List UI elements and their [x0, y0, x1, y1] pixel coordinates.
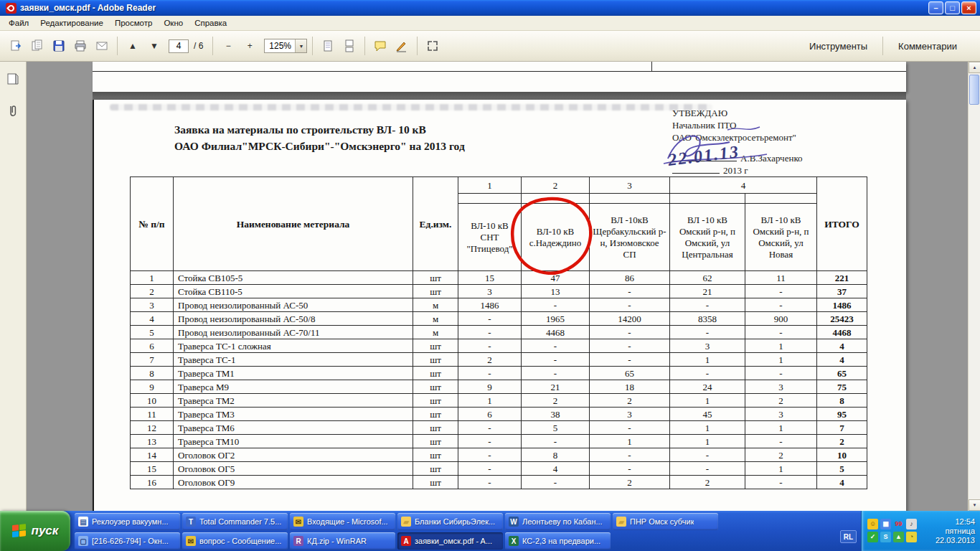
table-cell: 7 [817, 421, 867, 435]
restore-button[interactable]: □ [945, 1, 960, 14]
comments-panel-button[interactable]: Комментарии [888, 38, 967, 55]
taskbar-button[interactable]: WЛеонтьеву по Кабан... [505, 513, 611, 530]
taskbar-button[interactable]: RКД.zip - WinRAR [290, 532, 395, 550]
zoom-level-select[interactable]: 125% ▼ [264, 39, 307, 53]
email-button[interactable] [92, 36, 112, 56]
print-button[interactable] [70, 36, 90, 56]
taskbar-button[interactable]: ▰Бланки СибирьЭлек... [397, 513, 503, 530]
table-cell: 1 [670, 353, 745, 367]
taskbar-button[interactable]: ▢[216-626-794] - Окн... [75, 532, 180, 550]
unread-badge[interactable]: 99 [893, 519, 904, 529]
taskbar-button-label: заявки_омск.pdf - A... [415, 537, 492, 545]
taskbar-button[interactable]: XКС-2,3 на предвари... [505, 532, 611, 550]
approval-position: Начальник ПТО [672, 119, 920, 131]
table-cell: 12 [131, 421, 174, 435]
taskbar-button-label: Реклоузер вакуумн... [92, 517, 169, 526]
table-cell: - [458, 326, 522, 339]
create-pdf-button[interactable] [27, 36, 47, 56]
scroll-up-button[interactable]: ▲ [969, 62, 980, 73]
menu-window[interactable]: Окно [158, 17, 189, 29]
table-cell: 62 [670, 271, 745, 285]
fullscreen-button[interactable] [423, 36, 443, 56]
scheduler-icon[interactable]: ◔ [906, 532, 917, 542]
materials-table: № п/п Наименование метериала Ед.изм. 1 2… [130, 176, 867, 489]
table-cell: 1 [745, 339, 817, 353]
taskbar-button[interactable]: ✉вопрос - Сообщение... [182, 532, 288, 550]
scroll-down-button[interactable]: ▼ [969, 499, 980, 511]
approval-stamp: УТВЕЖДАЮ [672, 107, 920, 119]
zoom-in-icon: + [248, 41, 253, 51]
page-thumbnails-button[interactable] [4, 70, 22, 89]
start-button[interactable]: пуск [0, 511, 70, 551]
table-cell: 37 [817, 285, 867, 298]
phone-icon[interactable]: ✓ [867, 532, 878, 542]
table-cell: 3 [745, 380, 817, 394]
navigation-pane [0, 62, 27, 511]
scrolling-view-button[interactable] [339, 36, 359, 56]
taskbar-button[interactable]: TTotal Commander 7.5... [182, 513, 288, 530]
attachments-button[interactable] [4, 102, 22, 121]
add-comment-button[interactable] [370, 36, 390, 56]
display-icon[interactable]: ▦ [880, 519, 891, 529]
table-rule [93, 71, 906, 72]
messenger-icon[interactable]: ☺ [867, 519, 878, 529]
table-cell: 1 [590, 435, 670, 448]
windows-logo-icon [12, 523, 27, 538]
menu-view[interactable]: Просмотр [109, 17, 159, 29]
skype-icon[interactable]: S [880, 532, 891, 542]
comment-bubble-icon [374, 39, 387, 52]
menu-edit[interactable]: Редактирование [34, 17, 109, 29]
taskbar-button[interactable]: ▰ПНР Омск субчик [613, 513, 718, 530]
window-titlebar[interactable]: заявки_омск.pdf - Adobe Reader – □ × [0, 0, 980, 16]
table-cell: - [590, 326, 670, 339]
dropdown-arrow-icon[interactable]: ▼ [295, 39, 306, 52]
menu-help[interactable]: Справка [189, 17, 232, 29]
sign-document-button[interactable] [392, 36, 412, 56]
table-cell: - [745, 298, 817, 312]
table-row: 2Стойка СВ110-5шт313-21-37 [131, 285, 867, 298]
tools-panel-button[interactable]: Инструменты [799, 38, 877, 55]
minimize-button[interactable]: – [928, 1, 943, 14]
vertical-scrollbar[interactable]: ▲ ▼ [968, 62, 980, 511]
start-button-label: пуск [32, 524, 59, 538]
table-row: 13Траверса ТМ10шт--11-2 [131, 435, 867, 448]
volume-icon[interactable]: ♪ [906, 519, 917, 529]
document-area[interactable]: Заявка на материалы по строительству ВЛ-… [27, 62, 968, 511]
blank-cell [670, 194, 745, 204]
document-title: Заявка на материалы по строительству ВЛ-… [174, 121, 465, 154]
zoom-out-button[interactable]: − [218, 36, 238, 56]
open-file-button[interactable] [6, 36, 26, 56]
language-indicator[interactable]: RL [840, 530, 857, 543]
taskbar-button[interactable]: Aзаявки_омск.pdf - A... [397, 532, 503, 550]
blank-cell [745, 194, 817, 204]
close-button[interactable]: × [961, 1, 976, 14]
antivirus-icon[interactable]: ▲ [893, 532, 904, 542]
table-row: 6Траверса ТС-1 сложнаяшт---314 [131, 339, 867, 353]
table-cell: 3 [131, 298, 174, 312]
table-row: 15Оголовок ОГ5шт-4--15 [131, 462, 867, 476]
table-cell: 16 [131, 476, 174, 489]
table-cell: 6 [131, 339, 174, 353]
menu-file[interactable]: Файл [3, 17, 34, 29]
table-cell: 11 [131, 408, 174, 421]
table-cell: - [590, 298, 670, 312]
table-cell: 18 [590, 380, 670, 394]
previous-page-button[interactable]: ▲ [123, 36, 143, 56]
save-button[interactable] [49, 36, 69, 56]
single-page-view-button[interactable] [318, 36, 338, 56]
scrollbar-thumb[interactable] [969, 75, 979, 105]
table-cell: 21 [670, 285, 745, 298]
table-cell: шт [413, 285, 458, 298]
zoom-in-button[interactable]: + [240, 36, 260, 56]
taskbar-button[interactable]: ✉Входящие - Microsof... [290, 513, 395, 530]
taskbar-button[interactable]: ▤Реклоузер вакуумн... [75, 513, 180, 530]
table-cell: 1 [745, 421, 817, 435]
next-page-button[interactable]: ▼ [144, 36, 164, 56]
table-row: 4Провод неизолированный АС-50/8м-1965142… [131, 312, 867, 326]
taskbar-clock[interactable]: 12:54 пятница 22.03.2013 [936, 517, 980, 545]
table-cell: - [522, 476, 590, 489]
table-cell: 1486 [458, 298, 522, 312]
group-number-4: 4 [670, 177, 817, 194]
create-pdf-icon [31, 39, 44, 52]
page-number-input[interactable] [169, 39, 189, 53]
